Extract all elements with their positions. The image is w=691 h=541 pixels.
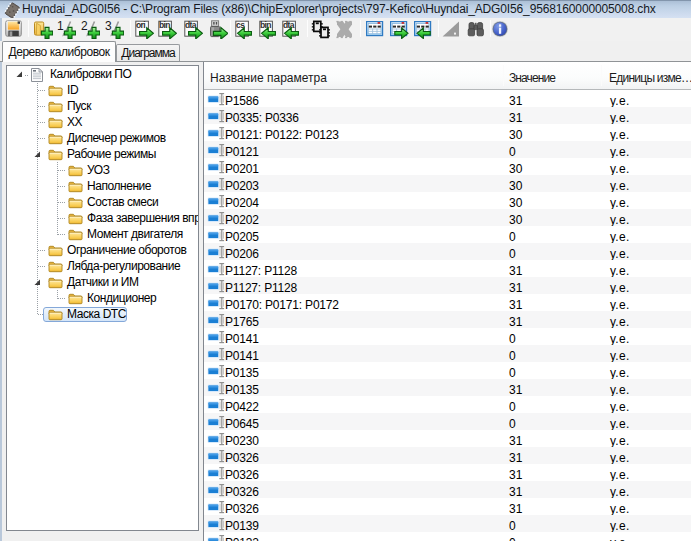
svg-text:dta: dta xyxy=(185,20,197,30)
svg-text:1: 1 xyxy=(57,20,64,33)
svg-text:bin: bin xyxy=(159,20,170,30)
svg-text:dta: dta xyxy=(283,20,295,30)
svg-text:3: 3 xyxy=(105,20,112,33)
svg-text:2: 2 xyxy=(81,20,88,33)
svg-text:ori: ori xyxy=(136,20,145,30)
svg-text:bin: bin xyxy=(260,20,271,30)
